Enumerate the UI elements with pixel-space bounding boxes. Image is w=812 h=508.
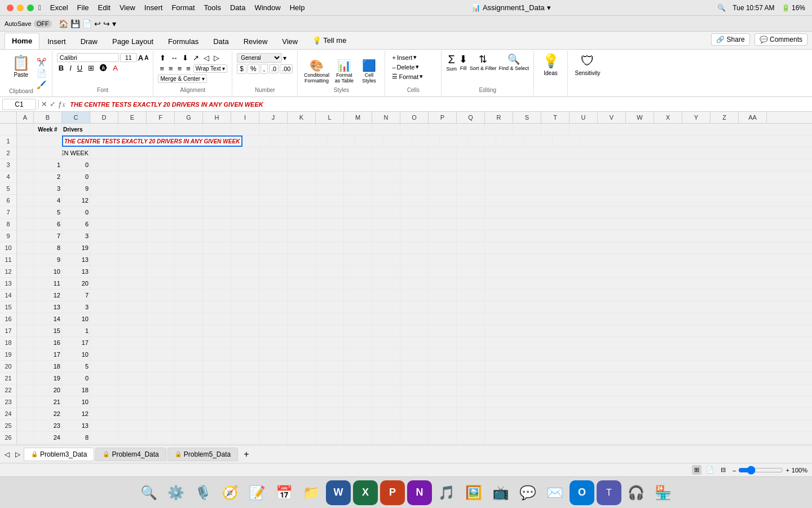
cell-l-13[interactable] <box>316 278 344 289</box>
cell-c-r1[interactable]: THE CENTRE TESTS EXACTLY 20 DRIVERS IN A… <box>62 135 242 147</box>
cell-d-21[interactable] <box>90 373 118 384</box>
cell-d-27[interactable] <box>90 444 118 445</box>
cell-d-10[interactable] <box>90 242 118 253</box>
cell-o-18[interactable] <box>400 337 429 348</box>
cell-g-14[interactable] <box>175 290 203 301</box>
cell-k-26[interactable] <box>288 432 316 443</box>
cell-f-23[interactable] <box>147 396 175 408</box>
indent-decrease-button[interactable]: ◁ <box>202 53 211 63</box>
cell-k-12[interactable] <box>288 266 316 277</box>
close-button[interactable] <box>7 5 14 11</box>
cell-n-27[interactable] <box>372 444 400 445</box>
cell-a-2[interactable] <box>17 147 34 159</box>
cell-g-23[interactable] <box>175 396 203 408</box>
cell-i-19[interactable] <box>231 349 259 360</box>
dock-teams[interactable]: T <box>597 480 621 505</box>
cell-i-23[interactable] <box>231 396 259 408</box>
cell-g-24[interactable] <box>175 408 203 419</box>
cell-m-12[interactable] <box>344 266 372 277</box>
cell-a-7[interactable] <box>17 207 34 218</box>
sheet-nav-next[interactable]: ▷ <box>13 450 23 458</box>
col-header-s[interactable]: S <box>513 112 541 123</box>
cell-f-16[interactable] <box>147 313 175 325</box>
cell-n-17[interactable] <box>372 325 400 336</box>
cell-b-16[interactable]: 14 <box>34 313 62 325</box>
cell-p-8[interactable] <box>429 218 457 230</box>
font-color-button[interactable]: A <box>111 63 120 73</box>
cell-k-13[interactable] <box>288 278 316 289</box>
cell-a-13[interactable] <box>17 278 34 289</box>
cell-a-23[interactable] <box>17 396 34 408</box>
cell-o-13[interactable] <box>400 278 429 289</box>
cell-g-27[interactable] <box>175 444 203 445</box>
dock-photos[interactable]: 🖼️ <box>461 480 486 505</box>
cell-e-14[interactable] <box>118 290 147 301</box>
cell-j-22[interactable] <box>259 384 288 396</box>
align-bottom-button[interactable]: ⬇ <box>180 53 190 63</box>
cell-n-r1[interactable] <box>383 135 412 147</box>
cell-d-14[interactable] <box>90 290 118 301</box>
cell-h-18[interactable] <box>203 337 231 348</box>
cell-i-7[interactable] <box>231 207 259 218</box>
cell-h-12[interactable] <box>203 266 231 277</box>
cell-b-21[interactable]: 19 <box>34 373 62 384</box>
cell-b-14[interactable]: 12 <box>34 290 62 301</box>
cell-f-21[interactable] <box>147 373 175 384</box>
cell-m-19[interactable] <box>344 349 372 360</box>
cell-b-10[interactable]: 8 <box>34 242 62 253</box>
cell-a-10[interactable] <box>17 242 34 253</box>
cell-l-10[interactable] <box>316 242 344 253</box>
cell-f-2[interactable] <box>147 147 175 159</box>
dock-word[interactable]: W <box>326 480 351 505</box>
cell-k-11[interactable] <box>288 254 316 265</box>
cell-p-24[interactable] <box>429 408 457 419</box>
cell-j-26[interactable] <box>259 432 288 443</box>
cell-p-10[interactable] <box>429 242 457 253</box>
cell-o-header[interactable] <box>400 124 429 135</box>
cell-i-27[interactable] <box>231 444 259 445</box>
cell-b-5[interactable]: 3 <box>34 183 62 194</box>
cell-c-20[interactable]: 5 <box>62 361 90 372</box>
cell-h-11[interactable] <box>203 254 231 265</box>
tab-home[interactable]: Home <box>5 33 39 49</box>
cell-t-header[interactable] <box>541 124 570 135</box>
cell-h-15[interactable] <box>203 301 231 313</box>
cell-n-10[interactable] <box>372 242 400 253</box>
cell-i-26[interactable] <box>231 432 259 443</box>
cell-g-11[interactable] <box>175 254 203 265</box>
cell-g-8[interactable] <box>175 218 203 230</box>
cell-e-header[interactable] <box>118 124 147 135</box>
cell-d-22[interactable] <box>90 384 118 396</box>
cell-o-3[interactable] <box>400 159 429 170</box>
cell-g-6[interactable] <box>175 195 203 206</box>
cell-p-2[interactable] <box>429 147 457 159</box>
percent-button[interactable]: % <box>248 64 259 74</box>
cell-r-r1[interactable] <box>496 135 524 147</box>
cell-j-2[interactable] <box>259 147 288 159</box>
dropdown-icon[interactable]: ▾ <box>547 3 551 12</box>
cell-q-7[interactable] <box>457 207 485 218</box>
cell-c-12[interactable]: 13 <box>62 266 90 277</box>
cell-m-26[interactable] <box>344 432 372 443</box>
dock-excel[interactable]: X <box>353 480 378 505</box>
cell-a-5[interactable] <box>17 183 34 194</box>
cell-n-header[interactable] <box>372 124 400 135</box>
cell-q-9[interactable] <box>457 230 485 242</box>
cell-o-24[interactable] <box>400 408 429 419</box>
sheet-tab-problem4[interactable]: 🔒 Problem4_Data <box>95 448 166 461</box>
cell-m-4[interactable] <box>344 171 372 182</box>
cell-j-8[interactable] <box>259 218 288 230</box>
cell-k-20[interactable] <box>288 361 316 372</box>
increase-font-button[interactable]: A <box>138 54 143 62</box>
cell-f-26[interactable] <box>147 432 175 443</box>
cell-q-5[interactable] <box>457 183 485 194</box>
align-left-button[interactable]: ≡ <box>158 64 166 73</box>
cell-o-5[interactable] <box>400 183 429 194</box>
customize-icon[interactable]: ▾ <box>112 19 116 28</box>
cell-c-7[interactable]: 0 <box>62 207 90 218</box>
cell-e-26[interactable] <box>118 432 147 443</box>
tab-data[interactable]: Data <box>206 34 235 49</box>
cell-l-8[interactable] <box>316 218 344 230</box>
cell-q-25[interactable] <box>457 420 485 431</box>
cell-n-14[interactable] <box>372 290 400 301</box>
